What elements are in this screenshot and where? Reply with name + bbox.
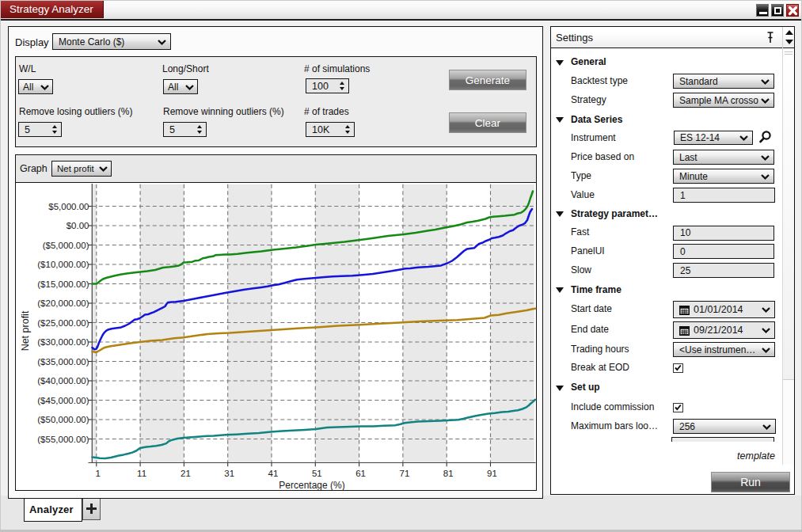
svg-text:($20,000.00): ($20,000.00) xyxy=(37,298,89,308)
svg-text:31: 31 xyxy=(224,469,234,478)
svg-text:$5,000.00: $5,000.00 xyxy=(48,202,89,211)
svg-text:51: 51 xyxy=(312,469,322,478)
svg-text:($35,000.00): ($35,000.00) xyxy=(37,357,89,367)
svg-text:71: 71 xyxy=(400,469,410,478)
svg-text:$0.00: $0.00 xyxy=(67,221,89,230)
svg-text:21: 21 xyxy=(181,469,191,478)
svg-text:81: 81 xyxy=(443,469,454,478)
svg-text:($30,000.00): ($30,000.00) xyxy=(37,337,89,347)
svg-text:($5,000.00): ($5,000.00) xyxy=(43,241,89,250)
svg-text:($10,000.00): ($10,000.00) xyxy=(37,260,89,269)
svg-text:($40,000.00): ($40,000.00) xyxy=(37,376,89,386)
svg-text:($45,000.00): ($45,000.00) xyxy=(37,396,89,405)
svg-text:($55,000.00): ($55,000.00) xyxy=(37,435,89,444)
svg-text:Net profit: Net profit xyxy=(20,310,31,351)
svg-text:($25,000.00): ($25,000.00) xyxy=(37,318,89,328)
svg-text:($15,000.00): ($15,000.00) xyxy=(37,279,89,289)
svg-text:91: 91 xyxy=(487,469,497,478)
svg-text:61: 61 xyxy=(355,469,366,478)
svg-text:41: 41 xyxy=(268,469,279,478)
svg-text:($50,000.00): ($50,000.00) xyxy=(37,415,89,424)
svg-text:1: 1 xyxy=(96,469,101,478)
svg-text:Percentage (%): Percentage (%) xyxy=(279,480,344,491)
svg-text:11: 11 xyxy=(137,469,146,478)
